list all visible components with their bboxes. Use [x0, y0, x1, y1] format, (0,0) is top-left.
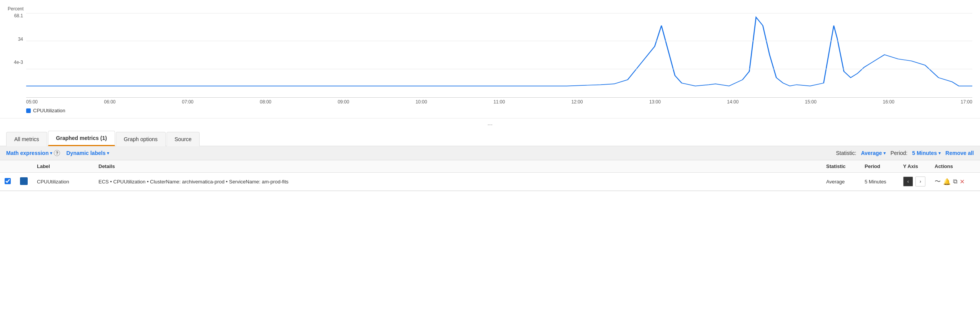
col-header-actions: Actions — [930, 160, 980, 173]
y-tick-0: 68.1 — [8, 13, 23, 18]
chart-legend: CPUUtilization — [8, 105, 972, 115]
y-tick-2: 4e-3 — [8, 60, 23, 65]
period-prefix: Period: — [890, 150, 907, 156]
x-tick-5: 10:00 — [415, 99, 427, 105]
row-statistic-cell: Average — [822, 173, 860, 191]
col-header-details: Details — [94, 160, 822, 173]
col-header-y-axis: Y Axis — [898, 160, 930, 173]
y-axis-next-button[interactable]: › — [915, 176, 925, 186]
table-row: CPUUtilization ECS • CPUUtilization • Cl… — [0, 173, 980, 191]
chart-container: Percent 68.1 34 4e-3 0 05:00 06:00 07:00… — [0, 0, 980, 118]
row-period-cell: 5 Minutes — [860, 173, 898, 191]
col-header-color — [15, 160, 32, 173]
remove-all-button[interactable]: Remove all — [945, 150, 974, 156]
dynamic-labels-button[interactable]: Dynamic labels ▾ — [66, 150, 109, 156]
tab-graphed-metrics[interactable]: Graphed metrics (1) — [48, 131, 115, 146]
row-details-cell: ECS • CPUUtilization • ClusterName: arch… — [94, 173, 822, 191]
dynamic-labels-chevron-icon: ▾ — [107, 151, 109, 156]
table-header-row: Label Details Statistic Period Y Axis Ac… — [0, 160, 980, 173]
y-axis-label: Percent — [8, 6, 972, 12]
math-expression-help-icon[interactable]: ? — [54, 150, 60, 156]
x-tick-3: 08:00 — [260, 99, 271, 105]
chart-plot — [26, 13, 972, 98]
row-label-cell: CPUUtilization — [32, 173, 94, 191]
x-axis: 05:00 06:00 07:00 08:00 09:00 10:00 11:0… — [8, 99, 972, 105]
math-expression-chevron-icon: ▾ — [50, 151, 52, 156]
col-header-checkbox — [0, 160, 15, 173]
y-axis-prev-button[interactable]: ‹ — [903, 176, 913, 186]
separator: --- — [0, 118, 980, 130]
tab-graph-options[interactable]: Graph options — [116, 132, 166, 146]
x-tick-1: 06:00 — [104, 99, 115, 105]
copy-icon[interactable]: ⧉ — [953, 178, 957, 185]
x-tick-4: 09:00 — [338, 99, 349, 105]
tab-all-metrics[interactable]: All metrics — [6, 132, 47, 146]
x-tick-11: 16:00 — [883, 99, 894, 105]
x-tick-2: 07:00 — [182, 99, 193, 105]
x-tick-12: 17:00 — [961, 99, 972, 105]
row-color-cell — [15, 173, 32, 191]
col-header-statistic: Statistic — [822, 160, 860, 173]
row-actions-cell: 〜 🔔 ⧉ ✕ — [930, 173, 980, 191]
toolbar-left: Math expression ▾ ? Dynamic labels ▾ — [6, 150, 836, 156]
metrics-table: Label Details Statistic Period Y Axis Ac… — [0, 160, 980, 191]
x-tick-7: 12:00 — [571, 99, 583, 105]
toolbar-right: Statistic: Average ▾ Period: 5 Minutes ▾… — [836, 150, 974, 156]
trend-icon[interactable]: 〜 — [935, 178, 941, 186]
row-color-box — [20, 177, 28, 185]
period-chevron-icon: ▾ — [938, 151, 941, 156]
math-expression-button[interactable]: Math expression ▾ ? — [6, 150, 60, 156]
tabs-container: All metrics Graphed metrics (1) Graph op… — [0, 130, 980, 146]
statistic-chevron-icon: ▾ — [883, 151, 886, 156]
statistic-prefix: Statistic: — [836, 150, 856, 156]
x-tick-9: 14:00 — [727, 99, 738, 105]
col-header-label: Label — [32, 160, 94, 173]
y-axis: 68.1 34 4e-3 0 — [8, 13, 23, 98]
x-tick-0: 05:00 — [26, 99, 38, 105]
y-tick-1: 34 — [8, 37, 23, 42]
col-header-period: Period — [860, 160, 898, 173]
row-y-axis-cell: ‹ › — [898, 173, 930, 191]
metrics-toolbar: Math expression ▾ ? Dynamic labels ▾ Sta… — [0, 146, 980, 160]
x-tick-8: 13:00 — [649, 99, 661, 105]
remove-icon[interactable]: ✕ — [960, 178, 965, 185]
legend-color-dot — [26, 108, 31, 113]
legend-label: CPUUtilization — [33, 108, 65, 113]
x-tick-6: 11:00 — [493, 99, 505, 105]
tab-source[interactable]: Source — [167, 132, 200, 146]
period-dropdown[interactable]: 5 Minutes ▾ — [912, 150, 941, 156]
x-tick-10: 15:00 — [805, 99, 817, 105]
row-checkbox-cell — [0, 173, 15, 191]
chart-svg — [26, 13, 972, 88]
row-checkbox[interactable] — [5, 178, 11, 184]
alert-icon[interactable]: 🔔 — [943, 178, 951, 185]
statistic-dropdown[interactable]: Average ▾ — [861, 150, 886, 156]
metrics-panel: Math expression ▾ ? Dynamic labels ▾ Sta… — [0, 146, 980, 191]
